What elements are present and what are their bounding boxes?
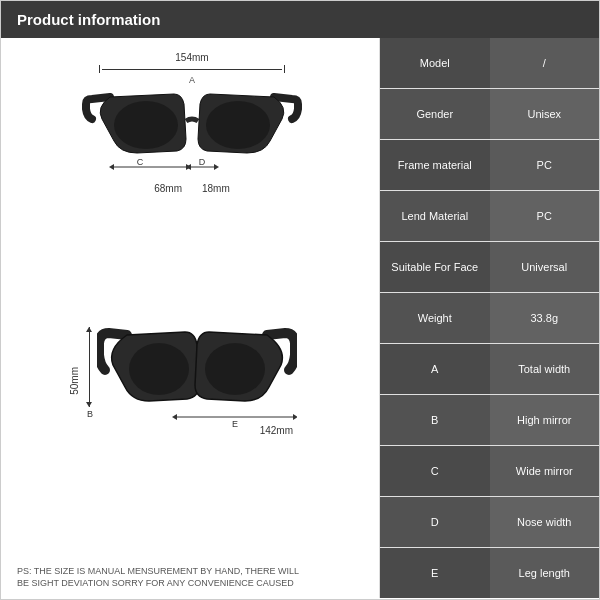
table-cell-label: Frame material bbox=[380, 139, 490, 190]
table-cell-label: Model bbox=[380, 38, 490, 88]
glasses-bottom-svg: E bbox=[97, 325, 297, 430]
main-content: 154mm A bbox=[1, 38, 599, 598]
cd-dimensions-row: 68mm 18mm bbox=[154, 183, 230, 194]
table-row: GenderUnisex bbox=[380, 88, 599, 139]
table-cell-value: PC bbox=[490, 190, 600, 241]
table-cell-label: A bbox=[380, 344, 490, 395]
page: Product information 154mm A bbox=[0, 0, 600, 600]
table-cell-value: High mirror bbox=[490, 395, 600, 446]
top-diagram: 154mm A bbox=[17, 52, 367, 194]
b-arrow-line bbox=[89, 327, 90, 407]
table-cell-label: Weight bbox=[380, 292, 490, 343]
table-row: ATotal width bbox=[380, 344, 599, 395]
svg-point-0 bbox=[114, 101, 178, 149]
table-row: ELeg length bbox=[380, 548, 599, 598]
info-table: Model/GenderUnisexFrame materialPCLend M… bbox=[380, 38, 599, 598]
table-row: Frame materialPC bbox=[380, 139, 599, 190]
b-measure-value: 50mm bbox=[69, 367, 80, 395]
svg-marker-3 bbox=[109, 164, 114, 170]
table-cell-label: E bbox=[380, 548, 490, 598]
top-measure-area: 154mm A bbox=[99, 52, 285, 85]
top-measure-value: 154mm bbox=[99, 52, 285, 63]
svg-marker-13 bbox=[172, 414, 177, 420]
c-value: 68mm bbox=[154, 183, 182, 194]
d-value: 18mm bbox=[202, 183, 230, 194]
svg-marker-8 bbox=[214, 164, 219, 170]
b-label: B bbox=[87, 409, 93, 419]
b-side-arrow: B bbox=[87, 325, 93, 419]
top-measure-line bbox=[102, 69, 282, 70]
top-measure-sub: A bbox=[99, 75, 285, 85]
table-cell-value: PC bbox=[490, 139, 600, 190]
table-cell-label: B bbox=[380, 395, 490, 446]
table-row: Model/ bbox=[380, 38, 599, 88]
top-arrow-row bbox=[99, 65, 285, 73]
table-row: CWide mirror bbox=[380, 446, 599, 497]
bottom-diagram: B bbox=[17, 325, 367, 436]
table-cell-label: Suitable For Face bbox=[380, 241, 490, 292]
page-title: Product information bbox=[17, 11, 160, 28]
svg-point-10 bbox=[129, 343, 189, 395]
table-cell-label: D bbox=[380, 497, 490, 548]
table-row: Suitable For FaceUniversal bbox=[380, 241, 599, 292]
table-row: Lend MaterialPC bbox=[380, 190, 599, 241]
left-panel: 154mm A bbox=[1, 38, 379, 598]
table-cell-value: Unisex bbox=[490, 88, 600, 139]
bottom-meas-wrap: B bbox=[87, 325, 297, 436]
table-row: DNose width bbox=[380, 497, 599, 548]
table-cell-label: Gender bbox=[380, 88, 490, 139]
table-cell-value: Universal bbox=[490, 241, 600, 292]
page-header: Product information bbox=[1, 1, 599, 38]
glasses-bottom-wrap: E 50mm 142mm bbox=[97, 325, 297, 436]
svg-text:D: D bbox=[199, 157, 206, 167]
table-cell-label: Lend Material bbox=[380, 190, 490, 241]
svg-text:E: E bbox=[232, 419, 238, 429]
right-panel: Model/GenderUnisexFrame materialPCLend M… bbox=[379, 38, 599, 598]
svg-marker-14 bbox=[293, 414, 297, 420]
table-cell-value: Nose width bbox=[490, 497, 600, 548]
tick-left bbox=[99, 65, 100, 73]
svg-point-1 bbox=[206, 101, 270, 149]
svg-text:C: C bbox=[137, 157, 144, 167]
glasses-top-image: C D bbox=[82, 89, 302, 179]
svg-point-11 bbox=[205, 343, 265, 395]
glasses-top-svg: C D bbox=[82, 89, 302, 177]
tick-right bbox=[284, 65, 285, 73]
table-row: Weight33.8g bbox=[380, 292, 599, 343]
table-cell-value: Leg length bbox=[490, 548, 600, 598]
table-cell-value: Wide mirror bbox=[490, 446, 600, 497]
ps-note: PS: THE SIZE IS MANUAL MENSUREMENT BY HA… bbox=[17, 565, 307, 590]
table-cell-value: Total width bbox=[490, 344, 600, 395]
table-cell-label: C bbox=[380, 446, 490, 497]
table-row: BHigh mirror bbox=[380, 395, 599, 446]
table-cell-value: 33.8g bbox=[490, 292, 600, 343]
table-cell-value: / bbox=[490, 38, 600, 88]
